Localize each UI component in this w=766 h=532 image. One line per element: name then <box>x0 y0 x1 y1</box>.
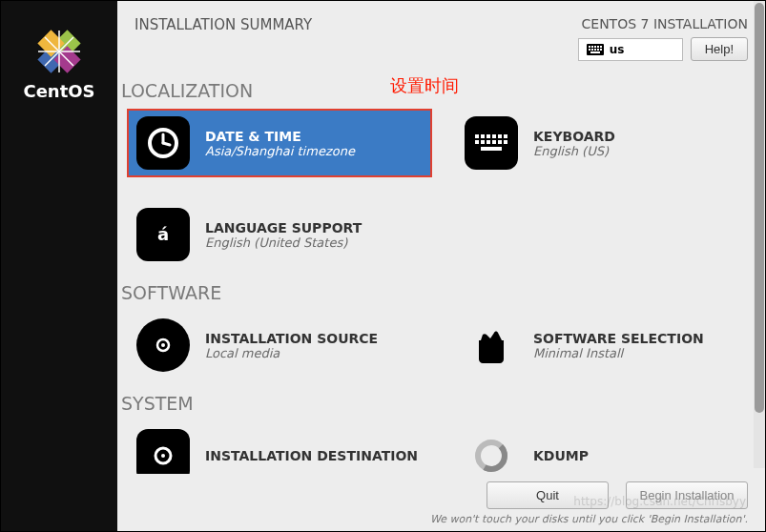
svg-rect-9 <box>589 46 590 48</box>
spoke-title: KEYBOARD <box>533 129 615 144</box>
svg-rect-36 <box>481 147 502 151</box>
svg-rect-16 <box>594 49 596 51</box>
svg-rect-17 <box>597 49 599 51</box>
annotation-label: 设置时间 <box>390 74 459 97</box>
svg-rect-24 <box>475 134 479 138</box>
spoke-title: INSTALLATION DESTINATION <box>205 448 418 463</box>
keyboard-layout-indicator[interactable]: us <box>578 38 683 61</box>
svg-rect-35 <box>504 140 507 144</box>
svg-rect-31 <box>481 140 485 144</box>
svg-point-44 <box>161 454 165 458</box>
spoke-language-support[interactable]: á LANGUAGE SUPPORT English (United State… <box>127 200 432 269</box>
section-system: SYSTEM <box>121 393 765 414</box>
help-button[interactable]: Help! <box>691 37 748 61</box>
svg-rect-19 <box>590 51 600 53</box>
svg-rect-33 <box>492 140 496 144</box>
svg-rect-30 <box>475 140 479 144</box>
spoke-subtitle: Local media <box>205 346 378 360</box>
spoke-title: KDUMP <box>533 448 589 463</box>
svg-rect-11 <box>594 46 596 48</box>
language-icon: á <box>136 208 190 261</box>
svg-rect-13 <box>600 46 602 48</box>
keyboard-layout-label: us <box>610 43 625 56</box>
section-software: SOFTWARE <box>121 282 765 303</box>
svg-rect-29 <box>504 134 507 138</box>
footer-hint: We won't touch your disks until you clic… <box>430 513 748 525</box>
brand-text: CentOS <box>23 81 94 101</box>
svg-rect-14 <box>589 49 590 51</box>
spoke-title: SOFTWARE SELECTION <box>533 331 704 346</box>
spoke-subtitle: English (US) <box>533 144 615 158</box>
page-title: INSTALLATION SUMMARY <box>135 16 312 61</box>
watermark: https://blog.csdn.net/Chrisbyy <box>573 495 746 508</box>
spoke-date-time[interactable]: DATE & TIME Asia/Shanghai timezone <box>127 109 432 177</box>
spoke-title: LANGUAGE SUPPORT <box>205 220 362 235</box>
scrollbar-track[interactable] <box>754 1 765 468</box>
disc-icon <box>136 318 190 372</box>
svg-rect-34 <box>498 140 502 144</box>
svg-rect-18 <box>600 49 602 51</box>
clock-icon <box>136 116 190 170</box>
centos-logo-icon <box>37 30 81 73</box>
svg-rect-25 <box>481 134 485 138</box>
scrollbar-thumb[interactable] <box>755 3 764 413</box>
svg-rect-15 <box>591 49 593 51</box>
topbar: INSTALLATION SUMMARY CENTOS 7 INSTALLATI… <box>117 1 765 67</box>
keyboard-icon <box>587 44 604 55</box>
spoke-subtitle: Minimal Install <box>533 346 704 360</box>
keyboard-large-icon <box>465 116 518 170</box>
sidebar: CentOS <box>1 1 117 532</box>
package-icon <box>465 318 518 372</box>
svg-rect-28 <box>498 134 502 138</box>
svg-rect-26 <box>487 134 490 138</box>
spoke-installation-source[interactable]: INSTALLATION SOURCE Local media <box>127 311 432 379</box>
spoke-subtitle: English (United States) <box>205 235 362 250</box>
svg-point-41 <box>161 343 165 347</box>
spoke-title: DATE & TIME <box>205 129 355 144</box>
svg-rect-10 <box>591 46 593 48</box>
installer-title: CENTOS 7 INSTALLATION <box>582 16 748 31</box>
content-area: 设置时间 LOCALIZATION DATE & TIME Asia/Shang… <box>117 67 765 531</box>
spoke-keyboard[interactable]: KEYBOARD English (US) <box>455 109 760 177</box>
main-panel: INSTALLATION SUMMARY CENTOS 7 INSTALLATI… <box>117 1 765 531</box>
svg-text:á: á <box>157 224 169 244</box>
svg-rect-32 <box>487 140 490 144</box>
svg-line-22 <box>163 143 170 145</box>
spoke-subtitle: Asia/Shanghai timezone <box>205 144 355 158</box>
svg-rect-27 <box>492 134 496 138</box>
svg-rect-12 <box>597 46 599 48</box>
spoke-software-selection[interactable]: SOFTWARE SELECTION Minimal Install <box>455 311 760 379</box>
spoke-title: INSTALLATION SOURCE <box>205 331 378 346</box>
